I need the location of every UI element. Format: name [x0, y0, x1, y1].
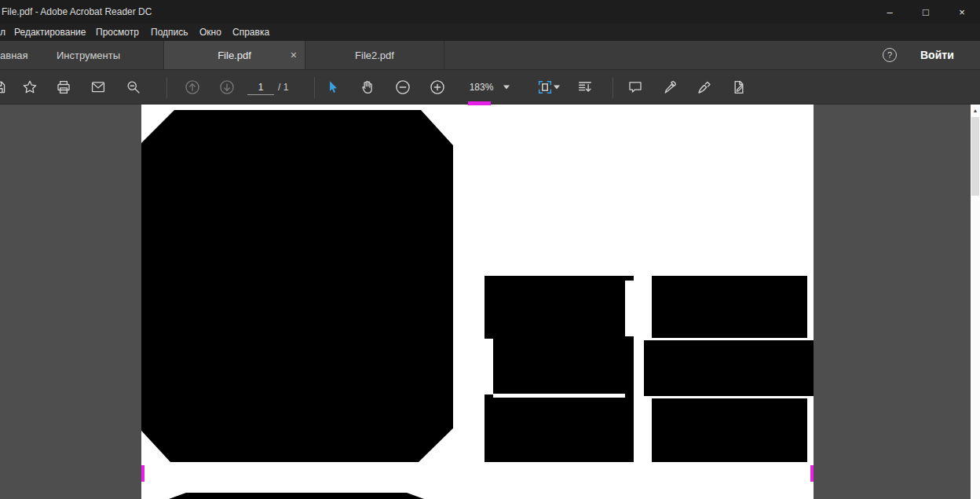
- close-button[interactable]: ×: [944, 0, 980, 24]
- toolbar-separator: [314, 77, 315, 98]
- fill-sign-tool-button[interactable]: [697, 79, 713, 95]
- page-gap: [625, 281, 634, 336]
- zoom-out-button[interactable]: [394, 79, 411, 96]
- redacted-block: [652, 398, 807, 462]
- page-fit-icon: [536, 79, 554, 96]
- redacted-block: [644, 340, 814, 396]
- window-controls: – □ ×: [872, 0, 980, 24]
- menu-view[interactable]: Просмотр: [96, 27, 139, 38]
- highlighter-icon: [662, 79, 678, 95]
- scroll-thumb[interactable]: [971, 117, 979, 196]
- highlight-tool-button[interactable]: [662, 79, 678, 95]
- select-tool-button[interactable]: [325, 79, 342, 95]
- magnifier-minus-icon: [126, 79, 142, 95]
- tab-separator: [444, 41, 444, 69]
- chevron-down-icon: [503, 85, 510, 89]
- tab-tools[interactable]: Инструменты: [57, 50, 120, 61]
- redacted-block: [485, 276, 634, 462]
- page-fit-button[interactable]: [536, 79, 554, 96]
- tab-close-icon[interactable]: ×: [291, 50, 297, 61]
- signature-pen-icon: [697, 79, 713, 95]
- acrobat-window: File.pdf - Adobe Acrobat Reader DC – □ ×…: [0, 0, 980, 499]
- help-icon[interactable]: ?: [883, 48, 897, 62]
- menu-edit[interactable]: Редактирование: [14, 27, 86, 38]
- next-page-button[interactable]: [218, 79, 236, 96]
- zoom-in-button[interactable]: [429, 79, 446, 96]
- document-canvas: [0, 105, 980, 499]
- menu-file[interactable]: л: [0, 27, 5, 38]
- page-gap: [493, 394, 625, 398]
- redacted-block: [169, 493, 424, 499]
- zoom-caret-button[interactable]: [503, 85, 510, 89]
- magenta-mark-bottom-left: [141, 465, 144, 482]
- vertical-scrollbar[interactable]: ▲: [971, 105, 980, 499]
- toolbar: / 1 183%: [0, 69, 980, 105]
- magenta-mark-bottom-right: [810, 465, 814, 482]
- save-icon: [0, 79, 8, 95]
- toolbar-separator: [612, 77, 613, 98]
- cursor-arrow-icon: [325, 79, 342, 95]
- save-button[interactable]: [0, 79, 8, 95]
- email-button[interactable]: [90, 79, 107, 95]
- sign-in-button[interactable]: Войти: [920, 49, 954, 61]
- plus-circle-icon: [429, 79, 446, 96]
- doc-tab-label: File.pdf: [218, 50, 251, 61]
- arrow-up-circle-icon: [184, 79, 201, 96]
- magenta-mark-top: [468, 101, 491, 105]
- maximize-button[interactable]: □: [908, 0, 944, 24]
- zoom-level-dropdown[interactable]: 183%: [470, 82, 494, 93]
- pdf-page[interactable]: [141, 105, 814, 499]
- favorites-button[interactable]: [22, 79, 38, 95]
- read-mode-button[interactable]: [576, 79, 594, 96]
- minimize-button[interactable]: –: [872, 0, 908, 24]
- page-fit-caret-button[interactable]: [554, 85, 560, 89]
- edit-tools-button[interactable]: [731, 79, 748, 95]
- minus-circle-icon: [394, 79, 411, 96]
- redacted-block: [652, 276, 807, 338]
- menu-window[interactable]: Окно: [199, 27, 221, 38]
- page-pencil-icon: [731, 79, 748, 95]
- page-gap: [485, 339, 493, 394]
- titlebar: File.pdf - Adobe Acrobat Reader DC – □ ×: [0, 0, 980, 24]
- hand-icon: [360, 79, 376, 95]
- zoom-tool-button[interactable]: [126, 79, 142, 95]
- read-mode-icon: [576, 79, 594, 96]
- tab-home[interactable]: авная: [0, 50, 28, 61]
- zoom-level-value: 183%: [470, 82, 494, 93]
- page-count-label: / 1: [278, 82, 288, 93]
- email-icon: [90, 79, 107, 95]
- hand-tool-button[interactable]: [360, 79, 376, 95]
- window-title: File.pdf - Adobe Acrobat Reader DC: [2, 6, 152, 17]
- chevron-down-icon: [554, 85, 560, 89]
- menubar: л Редактирование Просмотр Подпись Окно С…: [0, 24, 980, 41]
- comment-tool-button[interactable]: [627, 79, 644, 95]
- menu-help[interactable]: Справка: [232, 27, 269, 38]
- redacted-block: [141, 110, 453, 462]
- tabbar: авная Инструменты File.pdf × File2.pdf ?…: [0, 41, 980, 69]
- doc-tab-label: File2.pdf: [355, 50, 394, 61]
- doc-tab-file2[interactable]: File2.pdf: [305, 41, 444, 69]
- menu-sign[interactable]: Подпись: [151, 27, 188, 38]
- page-number-input[interactable]: [247, 79, 274, 95]
- prev-page-button[interactable]: [184, 79, 201, 96]
- doc-tab-file[interactable]: File.pdf ×: [164, 41, 305, 69]
- print-icon: [56, 79, 72, 95]
- comment-bubble-icon: [627, 79, 644, 95]
- star-icon: [22, 79, 38, 95]
- arrow-down-circle-icon: [218, 79, 236, 96]
- toolbar-separator: [166, 77, 167, 98]
- scroll-up-icon[interactable]: ▲: [971, 107, 980, 115]
- print-button[interactable]: [56, 79, 72, 95]
